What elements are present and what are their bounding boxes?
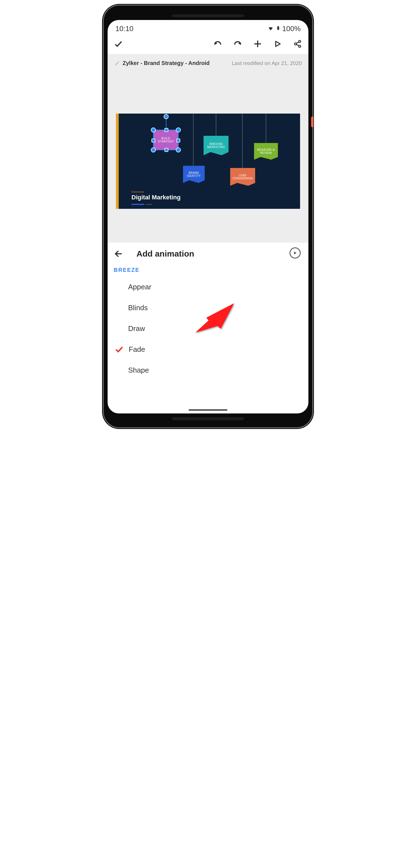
animation-item-appear[interactable]: Appear	[113, 277, 303, 298]
battery-icon	[276, 25, 280, 33]
svg-point-7	[299, 45, 301, 48]
animation-item-fade[interactable]: Fade	[113, 339, 303, 360]
svg-line-8	[297, 42, 299, 43]
category-breeze: BREEZE	[114, 267, 303, 273]
undo-button[interactable]	[213, 39, 222, 49]
wifi-icon	[267, 25, 274, 33]
animation-item-blinds[interactable]: Blinds	[113, 298, 303, 318]
animation-item-draw[interactable]: Draw	[113, 318, 303, 339]
home-indicator[interactable]	[188, 409, 228, 411]
svg-line-9	[297, 44, 299, 46]
last-modified-text: Last modified on Apr 21, 2020	[232, 60, 302, 66]
shape-lead-conversion[interactable]: LEAD CONVERSION	[230, 168, 255, 186]
status-time: 10:10	[115, 25, 133, 33]
share-button[interactable]	[293, 39, 302, 49]
slide-preview[interactable]: BUILD STRATEGY INBOUND	[116, 114, 300, 209]
check-icon	[115, 345, 124, 354]
svg-point-5	[299, 40, 301, 43]
pencil-icon	[114, 61, 120, 66]
back-button[interactable]	[114, 249, 123, 258]
document-header: Zylker - Brand Strategy - Android Last m…	[108, 55, 308, 72]
svg-rect-0	[277, 27, 279, 30]
battery-percent: 100%	[282, 25, 301, 33]
svg-point-6	[294, 43, 297, 45]
shape-brand-identity[interactable]: BRAND IDENTITY	[183, 166, 205, 183]
status-bar: 10:10 100%	[108, 20, 308, 35]
animation-panel: Add animation BREEZE Appear Blinds Draw …	[108, 242, 308, 384]
document-title[interactable]: Zylker - Brand Strategy - Android	[123, 60, 210, 66]
play-button[interactable]	[273, 39, 282, 49]
slide-title-block: Overview Digital Marketing	[132, 190, 180, 201]
slide-canvas[interactable]: BUILD STRATEGY INBOUND	[108, 72, 308, 242]
svg-marker-4	[276, 41, 280, 46]
animation-item-shape[interactable]: Shape	[113, 360, 303, 381]
redo-button[interactable]	[233, 39, 242, 49]
shape-inbound-marketing[interactable]: INBOUND MARKETING	[204, 136, 229, 155]
svg-rect-1	[278, 26, 279, 27]
selection-box[interactable]	[153, 130, 179, 150]
shape-measure-review[interactable]: MEASURE & REVIEW	[254, 143, 278, 160]
editor-toolbar	[108, 35, 308, 55]
preview-animation-button[interactable]	[289, 247, 301, 258]
add-button[interactable]	[253, 39, 263, 49]
panel-title: Add animation	[136, 249, 194, 258]
confirm-button[interactable]	[114, 39, 123, 49]
svg-marker-11	[294, 252, 297, 255]
